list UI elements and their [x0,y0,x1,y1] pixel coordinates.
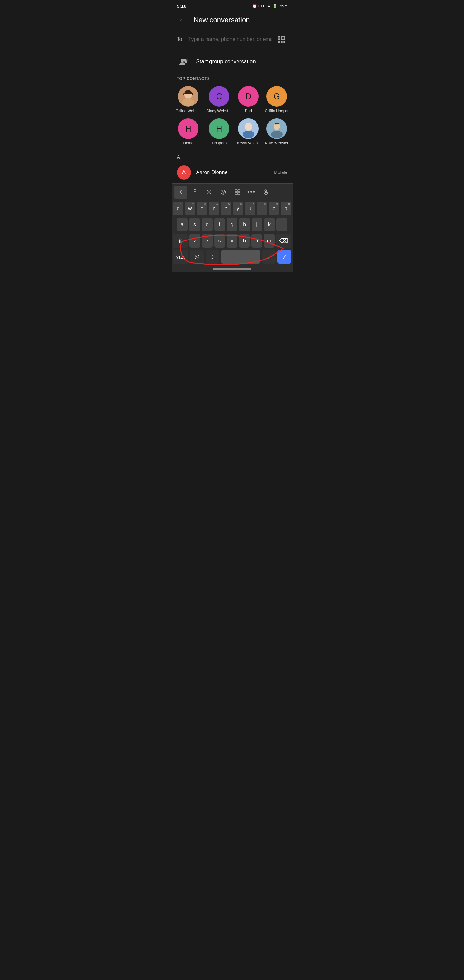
svg-point-14 [271,130,283,138]
svg-rect-26 [238,192,240,195]
cindy-avatar: C [209,86,229,107]
svg-point-20 [222,191,223,192]
svg-rect-24 [238,189,240,192]
keyboard-clipboard-btn[interactable] [189,186,202,199]
keyboard-row-4: ?123 @ ☺ . ✓ [172,250,292,264]
top-contacts-section: TOP CONTACTS Calina Webs… [172,74,292,152]
back-button[interactable]: ← [177,14,189,26]
key-v[interactable]: v [227,234,237,248]
contacts-grid: Calina Webs… C Cindy Webst… D Dad G Grif… [172,85,292,152]
cindy-name: Cindy Webst… [206,109,232,113]
key-backspace[interactable]: ⌫ [276,234,291,248]
key-shift[interactable]: ⇧ [173,234,188,248]
key-b[interactable]: b [239,234,250,248]
aaron-contact-type: Mobile [274,170,287,175]
top-contacts-label: TOP CONTACTS [172,74,292,85]
svg-rect-25 [235,192,237,195]
home-indicator [213,268,251,269]
dad-name: Dad [245,109,252,113]
svg-point-21 [224,191,225,192]
keyboard-theme-btn[interactable] [217,186,230,199]
signal-icon: ▲ [267,3,271,8]
grid-icon [278,36,285,43]
key-t[interactable]: t5 [221,202,231,215]
aaron-name: Aaron Dionne [196,170,288,175]
kevin-avatar [238,118,259,139]
key-s[interactable]: s [189,218,200,231]
keyboard-toolbar: ••• [172,183,292,200]
svg-rect-23 [235,189,237,192]
keyboard-back-btn[interactable] [174,186,187,199]
aaron-avatar: A [177,165,191,180]
key-z[interactable]: z [189,234,200,248]
back-arrow-icon: ← [179,16,186,24]
page-title: New conversation [194,16,250,24]
key-h[interactable]: h [239,218,250,231]
griffin-avatar: G [267,86,287,107]
home-avatar: H [178,118,199,139]
home-name: Home [183,141,193,145]
key-w[interactable]: w2 [185,202,195,215]
key-e[interactable]: e3 [197,202,207,215]
key-y[interactable]: y6 [233,202,243,215]
to-label: To [177,37,184,42]
hoopers-avatar: H [209,118,229,139]
key-m[interactable]: m [264,234,274,248]
keyboard-layout-btn[interactable] [231,186,244,199]
more-dots-icon: ••• [248,189,256,196]
key-l[interactable]: l [276,218,288,231]
key-num-toggle[interactable]: ?123 [173,250,189,264]
header: ← New conversation [172,10,292,30]
contact-aaron-row[interactable]: A Aaron Dionne Mobile [172,162,292,183]
contact-calina[interactable]: Calina Webs… [174,85,203,115]
svg-point-18 [208,191,210,193]
key-n[interactable]: n [251,234,262,248]
contact-griffin[interactable]: G Griffin Hooper [264,85,290,115]
recipient-input[interactable] [189,37,272,42]
key-a[interactable]: a [176,218,188,231]
svg-point-10 [243,130,254,138]
key-g[interactable]: g [227,218,237,231]
keyboard: q1 w2 e3 r4 t5 y6 u7 i8 o9 p0 a s d f g … [172,200,292,272]
contact-list-section-a: A A Aaron Dionne Mobile [172,152,292,183]
to-field: To [172,30,292,49]
svg-point-7 [183,98,194,106]
contacts-grid-button[interactable] [276,33,288,45]
contact-home[interactable]: H Home [174,117,203,147]
kevin-name: Kevin Vezina [237,141,259,145]
key-space[interactable] [221,250,261,264]
key-enter[interactable]: ✓ [277,250,291,264]
key-emoji[interactable]: ☺ [206,250,219,264]
key-f[interactable]: f [214,218,225,231]
key-at[interactable]: @ [190,250,204,264]
key-k[interactable]: k [264,218,275,231]
svg-rect-13 [275,123,279,124]
contact-hoopers[interactable]: H Hoopers [205,117,233,147]
hoopers-name: Hoopers [212,141,227,145]
contact-kevin[interactable]: Kevin Vezina [236,117,261,147]
battery-icon: 🔋 [272,3,277,8]
alarm-icon: ⏰ [252,3,257,8]
keyboard-settings-btn[interactable] [203,186,216,199]
key-period[interactable]: . [262,250,276,264]
key-u[interactable]: u7 [245,202,255,215]
keyboard-mic-btn[interactable] [259,186,272,199]
key-d[interactable]: d [202,218,213,231]
contact-dad[interactable]: D Dad [236,85,261,115]
contact-cindy[interactable]: C Cindy Webst… [205,85,233,115]
contact-nate[interactable]: Nate Webster [264,117,290,147]
dad-avatar: D [238,86,259,107]
key-j[interactable]: j [252,218,262,231]
keyboard-more-btn[interactable]: ••• [245,186,258,199]
key-i[interactable]: i8 [257,202,267,215]
svg-rect-15 [193,190,197,195]
key-r[interactable]: r4 [209,202,219,215]
calina-name: Calina Webs… [176,109,202,113]
key-o[interactable]: o9 [269,202,279,215]
aaron-info: Aaron Dionne [196,170,288,175]
start-group-button[interactable]: Start group conversation [172,49,292,74]
key-x[interactable]: x [202,234,213,248]
key-c[interactable]: c [214,234,225,248]
key-q[interactable]: q1 [173,202,183,215]
key-p[interactable]: p0 [281,202,291,215]
